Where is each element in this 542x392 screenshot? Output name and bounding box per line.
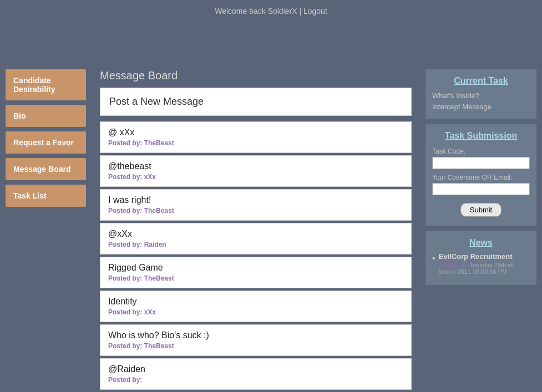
message-poster: Posted by: TheBeast: [108, 342, 403, 350]
current-task-panel: Current Task What's Inside? Intercept Me…: [426, 69, 536, 119]
bullet-dot: •: [432, 253, 435, 263]
message-item[interactable]: @xXx Posted by: Raiden: [100, 223, 412, 254]
current-task-title[interactable]: Current Task: [432, 76, 530, 86]
messages-list: @ xXx Posted by: TheBeast @thebeast Post…: [100, 121, 412, 390]
sidebar-item-bio[interactable]: Bio: [6, 105, 86, 127]
current-task-description: What's Inside? Intercept Message: [432, 90, 530, 112]
news-item: • EvilCorp Recruitment posted on Tuesday…: [432, 252, 530, 275]
submit-button[interactable]: Submit: [460, 203, 502, 217]
task-submission-form: Task Code: Your Codename OR Email: Submi…: [432, 145, 530, 219]
header: Welcome back SoldierX | Logout: [0, 0, 542, 64]
message-item[interactable]: @ xXx Posted by: TheBeast: [100, 121, 412, 153]
news-item-date: posted on Tuesday 29th of March 2011 06:…: [439, 262, 530, 275]
message-poster: Posted by: TheBeast: [108, 139, 403, 147]
codename-label: Your Codename OR Email:: [432, 174, 530, 181]
message-item[interactable]: Who is who? Bio's suck :) Posted by: The…: [100, 324, 412, 356]
task-code-label: Task Code:: [432, 147, 530, 155]
message-poster: Posted by: xXx: [108, 308, 403, 316]
message-item[interactable]: @Raiden Posted by:: [100, 358, 412, 390]
main-layout: Candidate Desirability Bio Request a Fav…: [0, 64, 542, 392]
news-item-title[interactable]: EvilCorp Recruitment: [439, 252, 530, 261]
center-content: Message Board Post a New Message @ xXx P…: [92, 64, 420, 392]
message-poster: Posted by: xXx: [108, 173, 403, 181]
message-title: Who is who? Bio's suck :): [108, 330, 403, 340]
message-item[interactable]: Rigged Game Posted by: TheBeast: [100, 257, 412, 288]
sidebar-item-request-a-favor[interactable]: Request a Favor: [6, 131, 86, 154]
message-item[interactable]: I was right! Posted by: TheBeast: [100, 189, 412, 221]
task-submission-panel: Task Submission Task Code: Your Codename…: [426, 124, 536, 226]
message-item[interactable]: @thebeast Posted by: xXx: [100, 155, 412, 187]
message-board-title: Message Board: [100, 69, 412, 82]
news-panel: News • EvilCorp Recruitment posted on Tu…: [426, 231, 536, 285]
task-code-input[interactable]: [432, 157, 530, 169]
sidebar-item-candidate-desirability[interactable]: Candidate Desirability: [6, 69, 86, 100]
message-title: Identity: [108, 297, 403, 307]
message-title: Rigged Game: [108, 263, 403, 273]
post-new-message-button[interactable]: Post a New Message: [100, 88, 412, 116]
message-poster: Posted by: TheBeast: [108, 274, 403, 282]
sidebar-item-task-list[interactable]: Task List: [6, 185, 86, 207]
sidebar-item-message-board[interactable]: Message Board: [6, 158, 86, 180]
message-poster: Posted by:: [108, 376, 403, 384]
message-title: @Raiden: [108, 364, 403, 374]
message-poster: Posted by: Raiden: [108, 241, 403, 248]
codename-input[interactable]: [432, 183, 530, 195]
message-title: @thebeast: [108, 161, 403, 171]
message-poster: Posted by: TheBeast: [108, 207, 403, 215]
news-title[interactable]: News: [432, 238, 530, 248]
right-sidebar: Current Task What's Inside? Intercept Me…: [420, 64, 542, 392]
message-title: I was right!: [108, 195, 403, 205]
message-title: @ xXx: [108, 128, 403, 138]
sidebar: Candidate Desirability Bio Request a Fav…: [0, 64, 92, 392]
message-title: @xXx: [108, 229, 403, 239]
task-submission-title[interactable]: Task Submission: [432, 131, 530, 141]
message-item[interactable]: Identity Posted by: xXx: [100, 291, 412, 322]
welcome-text: Welcome back SoldierX | Logout: [215, 7, 327, 16]
